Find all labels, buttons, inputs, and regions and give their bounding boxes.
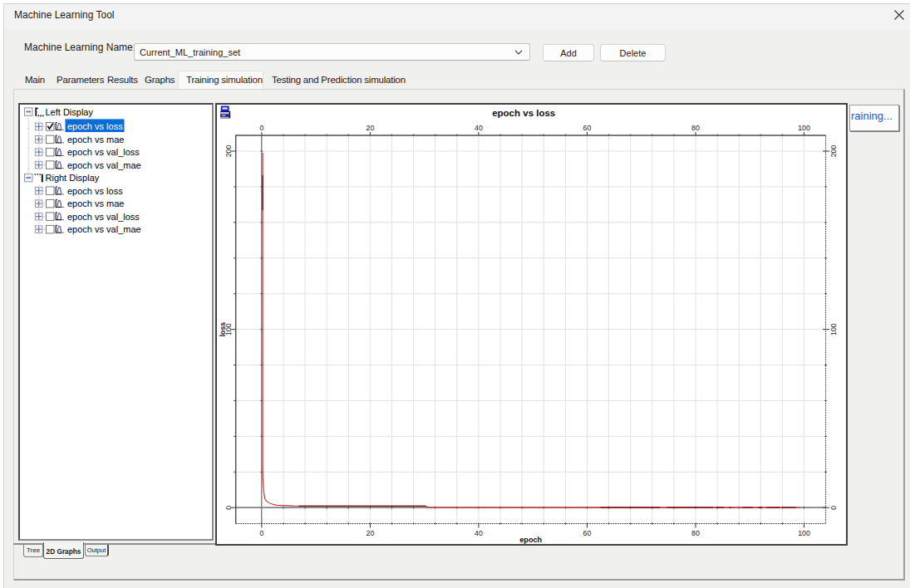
svg-text:100: 100: [798, 529, 810, 537]
svg-text:200: 200: [224, 145, 233, 158]
svg-text:Left Display: Left Display: [46, 107, 94, 117]
svg-text:0: 0: [259, 529, 263, 537]
svg-text:100: 100: [798, 124, 810, 132]
svg-text:Right Display: Right Display: [46, 173, 100, 183]
svg-text:epoch vs val_loss: epoch vs val_loss: [67, 212, 140, 222]
svg-text:epoch vs val_mae: epoch vs val_mae: [67, 224, 141, 234]
svg-text:epoch vs val_loss: epoch vs val_loss: [67, 147, 140, 157]
svg-text:0: 0: [224, 506, 233, 510]
svg-text:60: 60: [583, 529, 591, 537]
svg-text:20: 20: [366, 529, 374, 537]
svg-text:epoch: epoch: [519, 536, 542, 544]
svg-text:epoch vs loss: epoch vs loss: [492, 108, 555, 118]
svg-text:epoch vs mae: epoch vs mae: [67, 135, 124, 145]
svg-text:100: 100: [829, 323, 837, 336]
svg-text:0: 0: [829, 506, 837, 510]
svg-text:80: 80: [691, 124, 700, 132]
svg-text:epoch vs val_mae: epoch vs val_mae: [67, 160, 141, 170]
svg-text:epoch vs loss: epoch vs loss: [67, 186, 123, 196]
svg-text:40: 40: [475, 124, 483, 132]
svg-text:200: 200: [829, 145, 837, 158]
svg-text:40: 40: [475, 529, 483, 537]
svg-text:80: 80: [691, 529, 700, 537]
svg-text:20: 20: [366, 124, 374, 132]
svg-text:60: 60: [583, 124, 591, 132]
svg-text:loss: loss: [219, 322, 227, 337]
svg-text:epoch vs mae: epoch vs mae: [67, 198, 124, 208]
svg-text:0: 0: [259, 124, 263, 132]
svg-text:epoch vs loss: epoch vs loss: [67, 121, 123, 131]
